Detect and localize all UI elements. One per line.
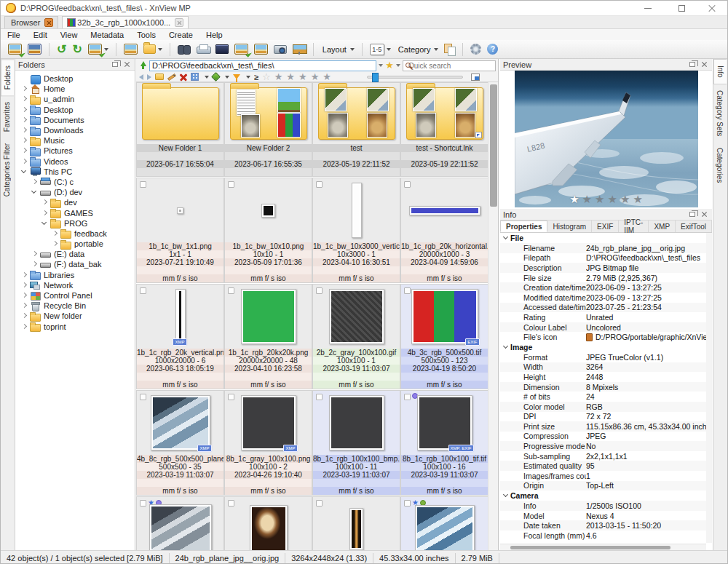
path-dropdown-icon[interactable]: [379, 64, 383, 67]
expander-icon[interactable]: [20, 311, 28, 320]
panel-toggle-icon[interactable]: [471, 74, 480, 81]
grid-item-rgb-20k-vertical[interactable]: XMP 1b_1c_rgb_20k_vertical.png 1000x2000…: [137, 285, 223, 389]
tree-item-libraries[interactable]: Libraries: [15, 270, 135, 280]
tree-item-drive-f[interactable]: (F:) data_bak: [15, 259, 135, 269]
expander-icon[interactable]: [20, 84, 28, 93]
grid-item-rgb-100x100-bmp[interactable]: 8b_1c_rgb_100x100_bmp.b... 100x100 - 11 …: [313, 391, 400, 495]
grid-item-new-folder-2[interactable]: New Folder 2 2023-06-17 16:55:35: [225, 83, 312, 176]
close-panel-button[interactable]: [699, 210, 709, 219]
expander-icon[interactable]: [30, 260, 39, 269]
right-tab-info[interactable]: Info: [713, 59, 727, 84]
slider-handle[interactable]: [372, 73, 379, 82]
preview-image[interactable]: L828: [515, 71, 698, 207]
thumbnail-checkbox[interactable]: [404, 394, 411, 400]
label-tag-icon[interactable]: [211, 72, 221, 82]
categories-button[interactable]: [443, 41, 456, 57]
rating-star-5-icon[interactable]: [311, 73, 320, 82]
tab-browser-close-button[interactable]: [44, 18, 53, 27]
tree-item-videos[interactable]: Videos: [15, 156, 135, 167]
grid-item-plane-gray[interactable]: [137, 497, 223, 550]
expander-icon[interactable]: [20, 126, 28, 135]
tab-image-close-button[interactable]: [175, 18, 183, 27]
expander-icon[interactable]: [20, 281, 28, 290]
expander-icon[interactable]: [30, 250, 39, 258]
tree-item-recycle-bin[interactable]: Recycle Bin: [15, 301, 135, 311]
thumbnail-checkbox[interactable]: [140, 181, 146, 188]
help-button[interactable]: [486, 41, 499, 57]
wallpaper-button[interactable]: [291, 41, 307, 57]
close-panel-button[interactable]: [122, 60, 132, 69]
view-mode-icon[interactable]: [191, 73, 199, 81]
close-panel-button[interactable]: [699, 60, 709, 69]
expander-icon[interactable]: [40, 198, 49, 207]
file-info-button[interactable]: [122, 41, 139, 57]
rating-star-1-icon[interactable]: [262, 73, 271, 82]
new-folder-icon[interactable]: [155, 74, 164, 80]
tab-properties[interactable]: Properties: [500, 221, 547, 232]
grid-item-plane-500x500[interactable]: XMP 4b_8c_rgb_500x500_plane.p... 500x500…: [137, 391, 223, 495]
left-tab-favorites[interactable]: Favorites: [1, 96, 13, 138]
tab-image[interactable]: 32b_3c_rgb_1000x1000...: [62, 16, 189, 28]
thumbnail-checkbox[interactable]: [228, 181, 234, 188]
thumbnail-checkbox[interactable]: [228, 287, 234, 294]
path-input[interactable]: [149, 60, 376, 71]
rating-star-2-icon[interactable]: [274, 73, 283, 82]
delete-icon[interactable]: [180, 74, 187, 81]
rating-star-6-icon[interactable]: [323, 73, 331, 82]
batch-convert-button[interactable]: [233, 41, 250, 57]
grid-item-bw-10x3000[interactable]: 1b_1c_bw_10x3000_vertical... 10x3000 - 1…: [313, 178, 400, 282]
tree-item-new-folder[interactable]: New folder: [15, 311, 135, 321]
tab-browser[interactable]: Browser: [4, 16, 58, 28]
minimize-button[interactable]: [636, 1, 660, 16]
menu-view[interactable]: View: [54, 31, 84, 39]
expander-icon[interactable]: [20, 167, 28, 176]
thumbnail-checkbox[interactable]: [140, 287, 146, 294]
back-icon[interactable]: [139, 74, 143, 80]
grid-item-test-folder[interactable]: test 2023-05-19 22:11:52: [313, 83, 400, 176]
browser-mode-button[interactable]: [7, 41, 23, 57]
tab-histogram[interactable]: Histogram: [547, 221, 592, 232]
favorites-dropdown-icon[interactable]: [396, 64, 400, 67]
tab-xmp[interactable]: XMP: [649, 221, 676, 232]
float-panel-button[interactable]: [110, 60, 120, 69]
preview-rating[interactable]: [515, 194, 698, 204]
tree-item-portable[interactable]: portable: [15, 239, 135, 249]
rating-star-6-icon[interactable]: [633, 194, 642, 204]
menu-edit[interactable]: Edit: [27, 31, 54, 39]
section-file[interactable]: File: [500, 233, 706, 243]
thumbnail-checkbox[interactable]: [316, 394, 323, 400]
grid-item-new-folder-1[interactable]: New Folder 1 2023-06-17 16:55:04: [137, 83, 223, 176]
tab-iptc-iim[interactable]: IPTC-IIM: [619, 221, 649, 232]
thumbnail-checkbox[interactable]: [404, 500, 411, 507]
info-horizontal-scrollbar[interactable]: [500, 544, 706, 550]
rating-star-1-icon[interactable]: [569, 194, 579, 204]
rating-star-3-icon[interactable]: [286, 73, 295, 82]
rotate-right-button[interactable]: ↻: [71, 41, 83, 57]
tree-item-downloads[interactable]: Downloads: [15, 125, 135, 135]
expander-icon[interactable]: [50, 239, 59, 248]
grid-item-rgb-500x500-tif[interactable]: EXIF 4b_3c_rgb_500x500.tif 500x500 - 123…: [401, 285, 488, 389]
grid-item-figurine-sliver[interactable]: [313, 497, 400, 550]
slideshow-button[interactable]: [214, 41, 230, 57]
quick-search-input[interactable]: [407, 61, 506, 71]
thumbnail-checkbox[interactable]: [316, 181, 323, 188]
thumbnail-checkbox[interactable]: [316, 287, 323, 294]
thumbnail-size-slider[interactable]: [367, 76, 463, 79]
chevron-down-icon[interactable]: [225, 76, 229, 79]
grid-item-plane-blue[interactable]: [401, 497, 488, 550]
quick-search-box[interactable]: [403, 60, 496, 71]
float-panel-button[interactable]: [687, 210, 697, 219]
thumbnail-size-dropdown[interactable]: 1-5: [368, 41, 392, 57]
grid-item-gray-100x100-gif[interactable]: 2b_2c_gray_100x100.gif 100x100 - 1 2023-…: [313, 285, 400, 389]
tab-exiftool[interactable]: ExifTool: [676, 221, 712, 232]
close-button[interactable]: [700, 1, 724, 16]
grid-scrollbar[interactable]: [488, 82, 498, 550]
thumbnail-checkbox[interactable]: [404, 287, 411, 294]
convert-button[interactable]: [87, 41, 110, 57]
grid-item-test-shortcut[interactable]: test - Shortcut.lnk 2023-05-19 22:11:52: [401, 83, 488, 176]
scrollbar-thumb[interactable]: [490, 84, 497, 207]
expander-icon[interactable]: [20, 322, 28, 331]
print-button[interactable]: [195, 41, 211, 57]
expander-icon[interactable]: [40, 209, 49, 218]
tree-item-network[interactable]: Network: [15, 280, 135, 290]
